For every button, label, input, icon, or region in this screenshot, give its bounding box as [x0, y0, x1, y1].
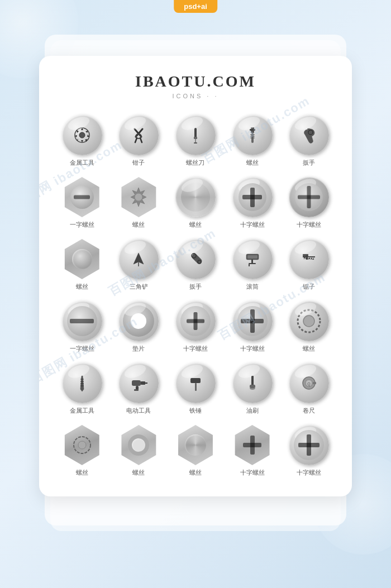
icon-item-brushed-hex: 螺丝 [175, 425, 216, 477]
label-ring-hex: 螺丝 [132, 469, 145, 477]
label-metal-tool: 金属工具 [70, 159, 94, 167]
label-power-drill: 电动工具 [126, 407, 151, 415]
circular-saw-svg [71, 125, 93, 146]
brush-svg [242, 372, 263, 394]
label-brushed-hex: 螺丝 [189, 469, 202, 477]
icon-item-screw-bolt: 螺丝 [232, 115, 273, 167]
icon-item-plain-screw: 螺丝 [175, 177, 216, 229]
svg-rect-26 [251, 260, 253, 263]
icon-bolt-hex[interactable] [62, 239, 102, 279]
label-plus-sc: 十字螺丝 [183, 345, 208, 353]
svg-rect-43 [195, 383, 197, 391]
svg-point-51 [78, 441, 86, 449]
icon-item-gear-hex: 螺丝 [118, 177, 159, 229]
svg-rect-27 [249, 263, 256, 264]
icon-brush[interactable] [232, 363, 273, 403]
icon-cog-screw[interactable] [289, 301, 329, 341]
svg-rect-38 [141, 381, 145, 385]
icon-saw[interactable] [289, 239, 329, 279]
card-wrapper: 百图网 ibaotu.com 百图网 ibaotu.com 百图网 ibaotu… [39, 28, 352, 519]
label-plus-hex: 十字螺丝 [240, 469, 265, 477]
label-wrench2: 扳手 [189, 283, 202, 291]
svg-rect-42 [190, 378, 201, 383]
gear-star-svg [127, 185, 150, 209]
icon-item-cog-screw: 螺丝 [289, 301, 329, 353]
label-pliers: 钳子 [132, 159, 145, 167]
main-card: 百图网 ibaotu.com 百图网 ibaotu.com 百图网 ibaotu… [39, 56, 352, 496]
icon-screwdriver[interactable] [175, 115, 216, 155]
svg-point-1 [79, 132, 85, 138]
icon-item-saw: 锯子 [289, 239, 329, 291]
svg-rect-7 [194, 128, 197, 138]
icon-screw-bolt[interactable] [232, 115, 273, 155]
icon-item-wrench2: 扳手 [175, 239, 216, 291]
icon-drill-bit[interactable] [62, 363, 102, 403]
svg-rect-30 [306, 255, 308, 260]
svg-rect-12 [250, 129, 255, 131]
icon-item-brush: 油刷 [232, 363, 273, 415]
icon-plus-sc[interactable] [175, 301, 216, 341]
icon-plain-screw[interactable] [175, 177, 216, 217]
label-tape: 卷尺 [303, 407, 315, 415]
icon-item-bolt-hex: 螺丝 [62, 239, 102, 291]
icon-plus-hex[interactable] [232, 425, 273, 465]
icon-plus-screw[interactable] [232, 177, 273, 217]
label-flat-screw-c: 一字螺丝 [70, 345, 94, 353]
icon-flat-screw-c[interactable] [62, 301, 102, 341]
icon-item-ring-hex: 螺丝 [118, 425, 159, 477]
icon-plus-sc2[interactable] [232, 301, 273, 341]
icon-item-trowel: 三角铲 [118, 239, 159, 291]
site-title: IBAOTU.COM [56, 73, 335, 90]
svg-rect-48 [313, 382, 316, 384]
screwdriver-svg [185, 125, 206, 146]
label-plus-screw2: 十字螺丝 [297, 221, 321, 229]
wrench-svg [298, 125, 320, 146]
icon-wrench2[interactable] [175, 239, 216, 279]
icon-brushed-hex[interactable] [175, 425, 216, 465]
svg-rect-44 [251, 376, 254, 386]
icon-grid: 金属工具 钳子 [56, 115, 335, 477]
icon-metal-tool[interactable] [62, 115, 102, 155]
svg-rect-10 [194, 142, 197, 144]
icon-washer[interactable] [118, 301, 159, 341]
icon-plus-screw2[interactable] [289, 177, 329, 217]
label-trowel: 三角铲 [130, 283, 148, 291]
svg-line-5 [135, 138, 137, 142]
label-hammer: 铁锤 [189, 407, 202, 415]
label-plus-screw: 十字螺丝 [240, 221, 265, 229]
icon-item-pliers: 钳子 [118, 115, 159, 167]
label-drill-bit: 金属工具 [70, 407, 94, 415]
icon-power-drill[interactable] [118, 363, 159, 403]
saw-svg [298, 248, 320, 270]
icon-gear-screw-hex[interactable] [62, 425, 102, 465]
icon-roller[interactable] [232, 239, 273, 279]
icon-item-screwdriver: 螺丝刀 [175, 115, 216, 167]
icon-flat-hex[interactable] [62, 177, 102, 217]
icon-plus-circle-last[interactable] [289, 425, 329, 465]
drill-bit-svg [71, 372, 93, 394]
label-screwdriver: 螺丝刀 [186, 159, 204, 167]
svg-line-6 [140, 138, 142, 142]
label-washer: 垫片 [132, 345, 145, 353]
icon-trowel[interactable] [118, 239, 159, 279]
icon-item-flat-screw-c: 一字螺丝 [62, 301, 102, 353]
icon-item-wrench: 扳手 [289, 115, 329, 167]
power-drill-svg [128, 372, 149, 394]
hammer-svg [185, 372, 206, 394]
icon-ring-hex[interactable] [118, 425, 159, 465]
label-bolt-hex: 螺丝 [76, 283, 88, 291]
icon-wrench[interactable] [289, 115, 329, 155]
icon-gear-hex[interactable] [118, 177, 159, 217]
icon-item-hammer: 铁锤 [175, 363, 216, 415]
svg-rect-45 [250, 385, 255, 388]
icon-tape[interactable]: Q [289, 363, 329, 403]
label-roller: 滚筒 [246, 283, 259, 291]
wrench2-svg [185, 248, 206, 270]
icon-item-flat-hex: 一字螺丝 [62, 177, 102, 229]
icon-item-tape: Q 卷尺 [289, 363, 329, 415]
icon-hammer[interactable] [175, 363, 216, 403]
gear-inner-svg [71, 434, 93, 456]
icon-item-power-drill: 电动工具 [118, 363, 159, 415]
icon-pliers[interactable] [118, 115, 159, 155]
svg-text:Q: Q [307, 382, 311, 386]
